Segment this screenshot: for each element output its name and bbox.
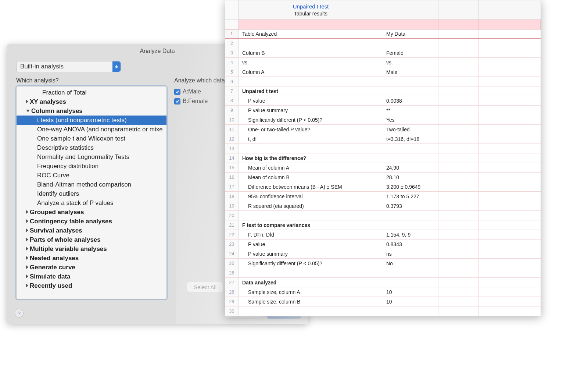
row-spare-2 xyxy=(479,153,541,163)
tree-item-xy-analyses[interactable]: XY analyses xyxy=(17,97,166,106)
row-label: P value xyxy=(239,240,383,249)
tree-item-normality[interactable]: Normality and Lognormality Tests xyxy=(17,152,166,162)
table-row[interactable]: 7Unpaired t test xyxy=(225,86,541,96)
row-spare-1 xyxy=(438,278,479,287)
tree-item-t-tests[interactable]: t tests (and nonparametric tests) xyxy=(17,116,166,125)
row-spare-2 xyxy=(479,249,541,258)
table-row[interactable]: 10Significantly different (P < 0.05)?Yes xyxy=(225,115,541,125)
results-subhead-row xyxy=(225,20,541,29)
tree-item-nested-analyses[interactable]: Nested analyses xyxy=(17,253,166,263)
row-number: 23 xyxy=(225,240,239,249)
row-value xyxy=(383,39,438,48)
tree-item-roc-curve[interactable]: ROC Curve xyxy=(17,171,166,180)
row-number: 19 xyxy=(225,201,239,210)
row-spare-1 xyxy=(438,29,479,38)
tree-item-parts-of-whole[interactable]: Parts of whole analyses xyxy=(17,235,166,244)
results-header: Unpaired t test Tabular results xyxy=(225,0,541,20)
table-row[interactable]: 27Data analyzed xyxy=(225,278,541,287)
row-value: 0.8343 xyxy=(383,240,438,249)
tree-item-label: Column analyses xyxy=(31,107,83,114)
table-row[interactable]: 13 xyxy=(225,144,541,153)
table-row[interactable]: 4vs.vs. xyxy=(225,58,541,67)
analysis-type-dropdown[interactable]: Built-in analysis xyxy=(16,61,121,72)
tree-item-bland-altman[interactable]: Bland-Altman method comparison xyxy=(17,180,166,189)
tree-item-descriptive-stats[interactable]: Descriptive statistics xyxy=(17,143,166,152)
table-row[interactable]: 1895% confidence interval1.173 to 5.227 xyxy=(225,192,541,201)
checkmark-icon xyxy=(174,98,180,104)
table-row[interactable]: 9P value summary** xyxy=(225,106,541,115)
table-row[interactable]: 19R squared (eta squared)0.3793 xyxy=(225,201,541,211)
table-row[interactable]: 12t, dft=3.316, df=18 xyxy=(225,134,541,144)
table-row[interactable]: 5Column AMale xyxy=(225,67,541,77)
row-label: Significantly different (P < 0.05)? xyxy=(239,259,383,268)
table-row[interactable]: 20 xyxy=(225,211,541,220)
analysis-tree[interactable]: Fraction of Total XY analyses Column ana… xyxy=(16,86,167,299)
row-label: Unpaired t test xyxy=(239,86,383,96)
tree-item-fraction-of-total[interactable]: Fraction of Total xyxy=(17,88,166,97)
table-row[interactable]: 1Table AnalyzedMy Data xyxy=(225,29,541,39)
select-all-button[interactable]: Select All xyxy=(187,282,223,292)
row-value: 0.0038 xyxy=(383,96,438,105)
table-row[interactable]: 6 xyxy=(225,77,541,86)
tree-item-analyze-stack[interactable]: Analyze a stack of P values xyxy=(17,198,166,208)
help-button[interactable]: ? xyxy=(15,309,24,318)
tree-item-multiple-variable[interactable]: Multiple variable analyses xyxy=(17,244,166,253)
tree-item-contingency-analyses[interactable]: Contingency table analyses xyxy=(17,217,166,226)
analysis-type-value: Built-in analysis xyxy=(20,63,64,70)
table-row[interactable]: 21F test to compare variances xyxy=(225,220,541,230)
row-number: 16 xyxy=(225,173,239,182)
table-row[interactable]: 24P value summaryns xyxy=(225,249,541,259)
row-value: No xyxy=(383,259,438,268)
tree-item-simulate-data[interactable]: Simulate data xyxy=(17,272,166,281)
tree-item-column-analyses[interactable]: Column analyses xyxy=(17,106,166,116)
dataset-label: B:Female xyxy=(183,96,208,106)
tree-item-frequency-dist[interactable]: Frequency distribution xyxy=(17,162,166,171)
results-title-link[interactable]: Unpaired t test xyxy=(293,3,329,10)
row-value: Yes xyxy=(383,115,438,124)
row-label: Difference between means (B - A) ± SEM xyxy=(239,182,383,191)
table-row[interactable]: 22F, DFn, Dfd1.154, 9, 9 xyxy=(225,230,541,240)
row-number: 1 xyxy=(225,29,239,38)
table-row[interactable]: 16Mean of column B28.10 xyxy=(225,173,541,182)
tree-item-survival-analyses[interactable]: Survival analyses xyxy=(17,226,166,235)
row-spare-1 xyxy=(438,211,479,220)
row-spare-2 xyxy=(479,201,541,210)
row-spare-2 xyxy=(479,115,541,124)
table-row[interactable]: 23P value0.8343 xyxy=(225,240,541,249)
row-label: Data analyzed xyxy=(239,278,383,287)
table-row[interactable]: 17Difference between means (B - A) ± SEM… xyxy=(225,182,541,192)
tree-item-label: Multiple variable analyses xyxy=(30,245,107,252)
tree-item-identify-outliers[interactable]: Identify outliers xyxy=(17,189,166,198)
tree-item-one-sample-t[interactable]: One sample t and Wilcoxon test xyxy=(17,134,166,143)
row-value xyxy=(383,211,438,220)
tree-item-label: XY analyses xyxy=(30,98,66,105)
row-label: vs. xyxy=(239,58,383,67)
row-number: 28 xyxy=(225,287,239,297)
row-spare-2 xyxy=(479,287,541,297)
row-label: Mean of column A xyxy=(239,163,383,172)
table-row[interactable]: 14How big is the difference? xyxy=(225,153,541,163)
table-row[interactable]: 8P value0.0038 xyxy=(225,96,541,106)
row-label: Significantly different (P < 0.05)? xyxy=(239,115,383,124)
table-row[interactable]: 15Mean of column A24.90 xyxy=(225,163,541,173)
tree-item-generate-curve[interactable]: Generate curve xyxy=(17,263,166,272)
table-row[interactable]: 26 xyxy=(225,268,541,278)
tree-item-recently-used[interactable]: Recently used xyxy=(17,281,166,290)
row-value: Two-tailed xyxy=(383,125,438,134)
table-row[interactable]: 3Column BFemale xyxy=(225,48,541,58)
row-spare-1 xyxy=(438,182,479,191)
table-row[interactable]: 2 xyxy=(225,39,541,48)
row-number: 9 xyxy=(225,106,239,115)
table-row[interactable]: 29Sample size, column B10 xyxy=(225,297,541,306)
row-label: Sample size, column B xyxy=(239,297,383,306)
table-row[interactable]: 11One- or two-tailed P value?Two-tailed xyxy=(225,125,541,134)
tree-item-one-way-anova[interactable]: One-way ANOVA (and nonparametric or mixe xyxy=(17,125,166,134)
table-row[interactable]: 28Sample size, column A10 xyxy=(225,287,541,297)
row-spare-1 xyxy=(438,230,479,239)
row-spare-2 xyxy=(479,163,541,172)
table-row[interactable]: 25Significantly different (P < 0.05)?No xyxy=(225,259,541,268)
row-value xyxy=(383,278,438,287)
row-spare-1 xyxy=(438,86,479,96)
table-row[interactable]: 30 xyxy=(225,306,541,316)
tree-item-grouped-analyses[interactable]: Grouped analyses xyxy=(17,208,166,217)
